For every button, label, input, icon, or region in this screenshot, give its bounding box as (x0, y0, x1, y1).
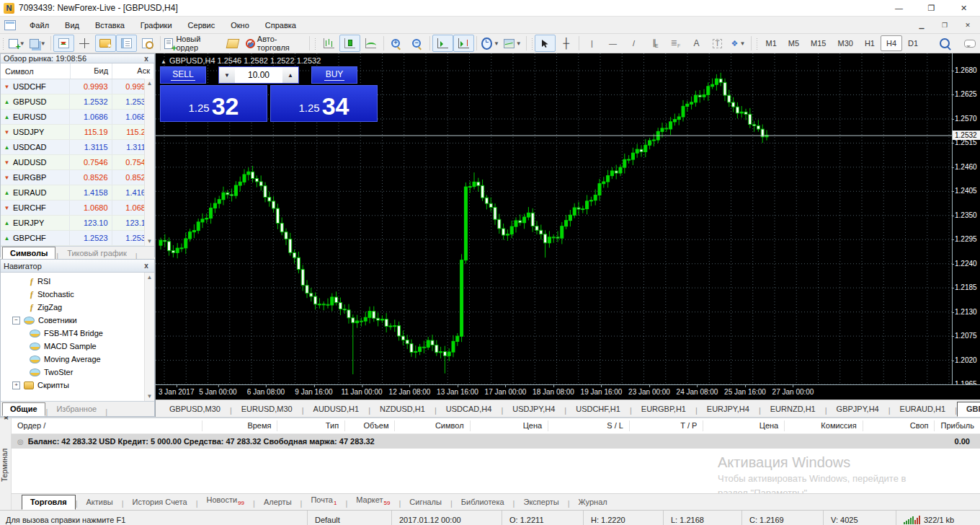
menu-item-Вид[interactable]: Вид (57, 18, 87, 32)
autotrading-button[interactable]: Авто-торговля (244, 35, 307, 52)
status-connection[interactable]: 322/1 kb (896, 511, 980, 525)
market-watch-row-GBPCHF[interactable]: ▲GBPCHF1.25231.2530 (1, 231, 154, 246)
market-watch-row-USDCHF[interactable]: ▼USDCHF0.99930.9996 (1, 79, 154, 94)
navigator-item-ZigZag[interactable]: ƒZigZag (1, 301, 154, 314)
chart-tab-AUDUSD,H1[interactable]: AUDUSD,H1 (304, 402, 369, 417)
chart-tab-EURAUD,H1[interactable]: EURAUD,H1 (891, 402, 956, 417)
market-watch-column-header[interactable]: Символ Бид Аск (1, 63, 154, 79)
navigator-close-icon[interactable]: x (141, 262, 151, 270)
chart-tab-USDCAD,H4[interactable]: USDCAD,H4 (437, 402, 502, 417)
chart-tab-EURUSD,M30[interactable]: EURUSD,M30 (232, 402, 302, 417)
buy-price-button[interactable]: 1.2534 (270, 85, 378, 122)
cursor-button[interactable] (535, 35, 556, 52)
terminal-tab-Эксперты[interactable]: Эксперты (514, 495, 567, 510)
zoom-out-button[interactable]: − (406, 35, 427, 52)
search-button[interactable] (934, 35, 955, 52)
chat-button[interactable] (959, 35, 980, 52)
new-order-button[interactable]: +Новый ордер (162, 35, 223, 52)
navigator-item-Скрипты[interactable]: +Скрипты (1, 379, 154, 392)
hline-button[interactable]: — (602, 35, 623, 52)
terminal-column-Тип[interactable]: Тип (277, 420, 345, 431)
restore-button[interactable]: ❐ (915, 0, 948, 16)
terminal-column-SL[interactable]: S / L (548, 420, 630, 431)
chart-tab-NZDUSD,H1[interactable]: NZDUSD,H1 (370, 402, 435, 417)
chart-tab-USDJPY,H4[interactable]: USDJPY,H4 (503, 402, 564, 417)
terminal-column-Символ[interactable]: Символ (395, 420, 470, 431)
market-watch-toggle[interactable] (53, 35, 74, 52)
timeframe-button-H1[interactable]: H1 (859, 35, 881, 51)
volume-input[interactable]: 10.00 (235, 67, 282, 83)
market-watch-row-AUDUSD[interactable]: ▼AUDUSD0.75460.7548 (1, 155, 154, 170)
navigator-tab-Общие[interactable]: Общие (2, 402, 45, 416)
menu-item-Вставка[interactable]: Вставка (87, 18, 133, 32)
toolbar-grip[interactable] (530, 37, 534, 50)
sell-price-button[interactable]: 1.2532 (160, 85, 267, 122)
chart-plot[interactable]: ▲GBPUSD,H4 1.2546 1.2582 1.2522 1.2532 S… (156, 53, 952, 384)
terminal-column-Цена[interactable]: Цена (703, 420, 785, 431)
metaeditor-button[interactable] (223, 35, 244, 52)
collapse-triangle-icon[interactable]: ▲ (161, 58, 166, 65)
terminal-column-Комиссия[interactable]: Комиссия (785, 420, 863, 431)
data-window-toggle[interactable] (74, 35, 95, 52)
minimize-button[interactable]: — (883, 0, 915, 16)
buy-button[interactable]: BUY (311, 66, 357, 84)
close-button[interactable]: ✕ (948, 0, 980, 16)
terminal-column-Прибыль[interactable]: Прибыль (935, 420, 980, 431)
market-watch-row-GBPUSD[interactable]: ▲GBPUSD1.25321.2534 (1, 94, 154, 110)
navigator-item-Советники[interactable]: −Советники (1, 314, 154, 327)
collapse-box-icon[interactable]: − (12, 317, 20, 325)
navigator-item-TwoSter[interactable]: TwoSter (1, 366, 154, 379)
terminal-tab-Торговля[interactable]: Торговля (22, 495, 76, 510)
candlestick-button[interactable] (339, 35, 360, 52)
price-scale[interactable]: 1.26801.26251.25701.25151.24601.24051.23… (952, 53, 980, 384)
terminal-toggle[interactable] (116, 35, 137, 52)
scroll-down-icon[interactable]: ▼ (147, 238, 153, 244)
terminal-column-Своп[interactable]: Своп (863, 420, 935, 431)
market-watch-scrollbar[interactable]: ▲▼ (144, 79, 154, 246)
timeframe-button-M5[interactable]: M5 (783, 35, 805, 51)
channel-button[interactable]: ∥E (644, 35, 665, 52)
terminal-tab-Алерты[interactable]: Алерты (255, 495, 300, 510)
status-cell-2[interactable]: O: 1.2211 (502, 511, 583, 525)
market-watch-row-EURAUD[interactable]: ▲EURAUD1.41581.4165 (1, 185, 154, 200)
column-bid[interactable]: Бид (71, 63, 112, 79)
status-cell-6[interactable]: V: 4025 (823, 511, 896, 525)
fibonacci-button[interactable]: ≣F (665, 35, 686, 52)
menu-item-Справка[interactable]: Справка (257, 18, 304, 32)
terminal-tab-Журнал[interactable]: Журнал (570, 495, 616, 510)
toolbar-grip[interactable] (313, 37, 317, 50)
chart-tab-GBPJPY,H4[interactable]: GBPJPY,H4 (827, 402, 888, 417)
menu-item-Файл[interactable]: Файл (22, 18, 57, 32)
menu-item-Графики[interactable]: Графики (133, 18, 180, 32)
status-cell-4[interactable]: L: 1.2168 (663, 511, 741, 525)
navigator-item-MACD-Sample[interactable]: MACD Sample (1, 340, 154, 353)
scroll-up-icon[interactable]: ▲ (147, 274, 153, 281)
strategy-tester-toggle[interactable] (137, 35, 158, 52)
scroll-down-icon[interactable]: ▼ (147, 393, 153, 400)
sell-button[interactable]: SELL (160, 66, 206, 84)
timeframe-button-M15[interactable]: M15 (805, 35, 832, 51)
zoom-in-button[interactable]: + (386, 35, 406, 52)
terminal-tab-Активы[interactable]: Активы (78, 495, 122, 510)
navigator-item-Stochastic[interactable]: ƒStochastic (1, 288, 154, 301)
crosshair-button[interactable]: ┼ (556, 35, 576, 52)
navigator-toggle[interactable]: ★ (95, 35, 116, 52)
menu-item-Сервис[interactable]: Сервис (180, 18, 223, 32)
volume-increase-button[interactable]: ▲ (282, 67, 298, 83)
market-watch-row-USDJPY[interactable]: ▼USDJPY115.19115.21 (1, 125, 154, 140)
bar-chart-button[interactable] (318, 35, 339, 52)
market-watch-row-EURGBP[interactable]: ▼EURGBP0.85260.8529 (1, 170, 154, 185)
expand-box-icon[interactable]: + (12, 381, 20, 389)
new-chart-button[interactable]: +▼ (6, 35, 27, 52)
chart-tab-EURGBP,H1[interactable]: EURGBP,H1 (632, 402, 695, 417)
timeframe-button-D1[interactable]: D1 (902, 35, 924, 51)
timeframe-button-H4[interactable]: H4 (881, 35, 902, 51)
vline-button[interactable]: | (582, 35, 602, 52)
market-watch-row-EURCHF[interactable]: ▼EURCHF1.06801.0683 (1, 200, 154, 216)
toolbar-grip[interactable] (755, 37, 759, 50)
text-button[interactable]: A (686, 35, 707, 52)
chart-tab-EURNZD,H1[interactable]: EURNZD,H1 (761, 402, 825, 417)
navigator-scrollbar[interactable]: ▲▼ (144, 273, 154, 401)
column-symbol[interactable]: Символ (1, 63, 71, 79)
chart-tab-EURJPY,H4[interactable]: EURJPY,H4 (698, 402, 759, 417)
